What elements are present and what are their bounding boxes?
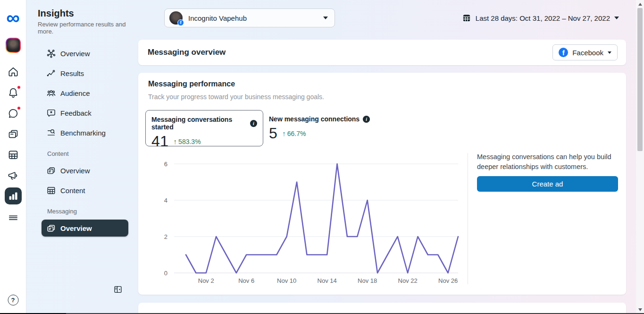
page-title: Insights bbox=[38, 8, 138, 19]
benchmarking-search-icon bbox=[46, 127, 57, 138]
chevron-down-icon bbox=[323, 17, 328, 19]
sidebar-item-label: Feedback bbox=[60, 109, 92, 117]
metric-value: 41 bbox=[151, 133, 169, 150]
y-axis-tick-label: 6 bbox=[164, 161, 167, 168]
metric-delta: ↑ 583.3% bbox=[174, 137, 201, 145]
create-ad-button[interactable]: Create ad bbox=[477, 176, 618, 192]
notification-badge bbox=[17, 85, 21, 89]
more-menu-button[interactable] bbox=[7, 212, 19, 224]
chart-line-series bbox=[186, 164, 458, 273]
ads-megaphone-icon bbox=[7, 170, 19, 182]
more-menu-icon bbox=[7, 212, 19, 224]
sidebar-item-label: Results bbox=[60, 69, 84, 77]
metric-delta: ↑ 66.7% bbox=[282, 129, 306, 137]
platform-label: Facebook bbox=[572, 49, 603, 57]
help-button[interactable] bbox=[8, 295, 18, 306]
collapse-sidebar-button[interactable] bbox=[113, 284, 123, 295]
chevron-down-icon bbox=[608, 51, 611, 54]
page-subtitle: Review performance results and more. bbox=[38, 21, 138, 35]
metric-value: 5 bbox=[269, 125, 277, 142]
x-axis-tick-label: Nov 10 bbox=[277, 277, 296, 284]
sidebar-item-overview[interactable]: Overview bbox=[42, 43, 128, 63]
messaging-overview-icon bbox=[46, 223, 57, 234]
page-name: Incognito Vapehub bbox=[188, 14, 247, 22]
sidebar-item-label: Overview bbox=[60, 167, 90, 175]
section-label-messaging: Messaging bbox=[47, 208, 77, 215]
page-avatar bbox=[169, 11, 183, 25]
sidebar-item-label: Audience bbox=[60, 89, 90, 97]
insights-sidebar: Insights Review performance results and … bbox=[26, 0, 138, 314]
up-arrow-icon: ↑ bbox=[174, 137, 177, 145]
next-section-card bbox=[138, 303, 626, 314]
x-axis-tick-label: Nov 26 bbox=[438, 277, 458, 284]
chevron-down-icon bbox=[614, 17, 619, 19]
pages-button[interactable] bbox=[7, 128, 19, 140]
notifications-button[interactable] bbox=[7, 86, 19, 99]
sidebar-item-content-overview[interactable]: Overview bbox=[42, 161, 128, 180]
x-axis-tick-label: Nov 18 bbox=[358, 277, 377, 284]
line-chart: 0246Nov 2Nov 6Nov 10Nov 14Nov 18Nov 22No… bbox=[148, 157, 468, 289]
inbox-button[interactable] bbox=[7, 107, 19, 119]
avatar[interactable] bbox=[6, 38, 21, 53]
y-axis-tick-label: 4 bbox=[164, 197, 167, 204]
sidebar-item-feedback[interactable]: Feedback bbox=[42, 103, 128, 123]
y-axis-tick-label: 2 bbox=[164, 233, 167, 240]
calendar-icon bbox=[462, 13, 471, 23]
sidebar-item-label: Overview bbox=[60, 50, 90, 58]
sidebar-item-audience[interactable]: Audience bbox=[42, 83, 128, 103]
feedback-bubble-star-icon bbox=[46, 108, 57, 119]
ads-button[interactable] bbox=[7, 170, 19, 182]
avatar-image bbox=[7, 39, 20, 52]
results-trend-icon bbox=[46, 68, 57, 79]
info-icon[interactable] bbox=[363, 116, 370, 123]
meta-business-suite-insights: Insights Review performance results and … bbox=[0, 0, 644, 314]
scrollbar-thumb[interactable] bbox=[637, 8, 643, 151]
planner-button[interactable] bbox=[7, 149, 19, 161]
vertical-divider bbox=[468, 153, 468, 284]
section-title: Messaging overview bbox=[148, 48, 226, 57]
up-arrow-icon: ↑ bbox=[282, 129, 286, 137]
overview-nodes-icon bbox=[46, 48, 57, 59]
content-overview-icon bbox=[46, 165, 57, 176]
page-selector-dropdown[interactable]: Incognito Vapehub bbox=[164, 8, 335, 27]
facebook-badge-icon bbox=[177, 19, 184, 26]
promo-text: Messaging conversations can help you bui… bbox=[477, 152, 619, 172]
meta-logo[interactable] bbox=[5, 10, 22, 25]
audience-people-icon bbox=[46, 88, 57, 99]
card-title: Messaging performance bbox=[148, 80, 235, 88]
sidebar-item-messaging-overview-active[interactable]: Overview bbox=[42, 220, 128, 237]
metric-card-new-connections[interactable]: New messaging connections 5 ↑ 66.7% bbox=[263, 110, 376, 146]
sidebar-item-benchmarking[interactable]: Benchmarking bbox=[42, 123, 128, 143]
metric-label: New messaging connections bbox=[269, 115, 360, 123]
x-axis-tick-label: Nov 2 bbox=[198, 277, 214, 284]
sidebar-item-content[interactable]: Content bbox=[42, 180, 128, 200]
pages-icon bbox=[7, 128, 19, 140]
platform-dropdown[interactable]: Facebook bbox=[552, 44, 618, 60]
x-axis-tick-label: Nov 14 bbox=[318, 277, 337, 284]
scroll-up-arrow[interactable] bbox=[638, 3, 642, 6]
section-label-content: Content bbox=[47, 150, 69, 157]
scroll-down-arrow[interactable] bbox=[638, 308, 642, 311]
sidebar-header: Insights Review performance results and … bbox=[38, 8, 138, 35]
insights-button-active[interactable] bbox=[5, 187, 22, 204]
info-icon[interactable] bbox=[250, 120, 257, 127]
metric-delta-value: 583.3% bbox=[178, 138, 201, 145]
notification-badge bbox=[17, 106, 21, 110]
sidebar-item-label: Content bbox=[60, 187, 85, 195]
date-range-label: Last 28 days: Oct 31, 2022 – Nov 27, 202… bbox=[476, 14, 610, 22]
home-icon bbox=[7, 66, 19, 78]
main-content: Incognito Vapehub Last 28 days: Oct 31, … bbox=[138, 0, 636, 314]
y-axis-tick-label: 0 bbox=[164, 270, 167, 277]
card-subtitle: Track your progress toward your business… bbox=[148, 93, 324, 101]
sidebar-item-results[interactable]: Results bbox=[42, 63, 128, 83]
messaging-overview-header: Messaging overview Facebook bbox=[138, 40, 626, 65]
vertical-scrollbar bbox=[636, 0, 644, 314]
home-button[interactable] bbox=[7, 66, 19, 78]
content-table-icon bbox=[46, 185, 57, 196]
planner-grid-icon bbox=[7, 149, 19, 161]
date-range-selector[interactable]: Last 28 days: Oct 31, 2022 – Nov 27, 202… bbox=[462, 8, 619, 27]
facebook-icon bbox=[559, 48, 568, 57]
sidebar-item-label: Benchmarking bbox=[60, 129, 106, 137]
metric-card-conversations-started[interactable]: Messaging conversations started 41 ↑ 583… bbox=[145, 110, 263, 146]
metric-label: Messaging conversations started bbox=[151, 116, 247, 131]
